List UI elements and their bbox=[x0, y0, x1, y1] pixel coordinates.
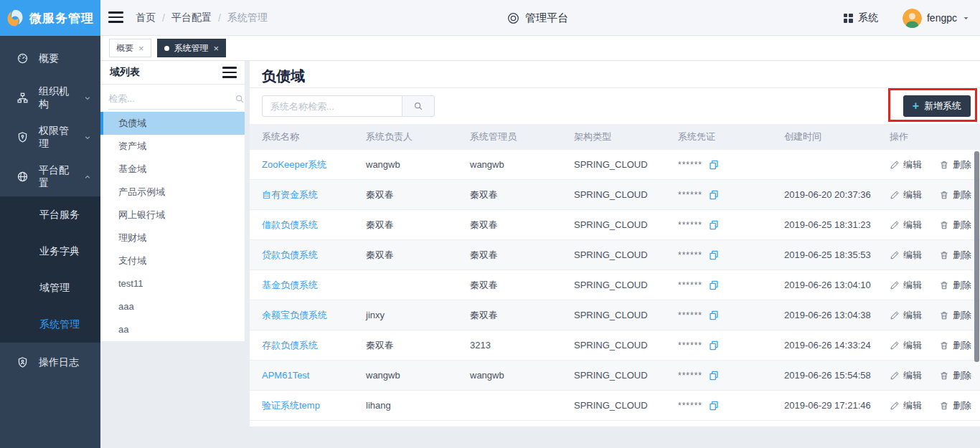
domain-panel-menu-icon[interactable] bbox=[222, 67, 237, 78]
domain-list-item[interactable]: 产品示例域 bbox=[100, 181, 245, 204]
copy-icon[interactable] bbox=[708, 249, 720, 261]
cell-credential: ****** bbox=[678, 219, 784, 231]
table-row: 余额宝负债系统jinxy秦双春SPRING_CLOUD******2019-06… bbox=[250, 300, 980, 330]
edit-icon bbox=[890, 190, 900, 200]
delete-button[interactable]: 删除 bbox=[939, 369, 971, 382]
domain-list-item[interactable]: 网上银行域 bbox=[100, 204, 245, 227]
tab-system-mgmt[interactable]: 系统管理× bbox=[157, 39, 227, 57]
search-icon[interactable] bbox=[235, 94, 245, 104]
search-button[interactable] bbox=[402, 95, 435, 117]
tab-overview[interactable]: 概要× bbox=[109, 39, 151, 57]
sidebar-subitem-domain-mgmt[interactable]: 域管理 bbox=[0, 270, 100, 306]
delete-button[interactable]: 删除 bbox=[939, 399, 971, 412]
copy-icon[interactable] bbox=[708, 370, 720, 381]
system-name-link[interactable]: 余额宝负债系统 bbox=[262, 310, 327, 320]
cell-actions: 编辑删除 bbox=[890, 158, 980, 171]
copy-icon[interactable] bbox=[708, 310, 720, 321]
copy-icon[interactable] bbox=[708, 159, 720, 171]
delete-label: 删除 bbox=[953, 249, 971, 262]
edit-button[interactable]: 编辑 bbox=[890, 339, 922, 352]
system-name-link[interactable]: ZooKeeper系统 bbox=[262, 159, 326, 170]
credential-mask: ****** bbox=[678, 160, 702, 170]
domain-search-input[interactable] bbox=[108, 93, 235, 104]
cell-actions: 编辑删除 bbox=[890, 309, 980, 322]
system-search-input[interactable] bbox=[262, 95, 402, 117]
table-row: 自有资金系统秦双春秦双春SPRING_CLOUD******2019-06-20… bbox=[250, 180, 980, 210]
menu-collapse-icon[interactable] bbox=[108, 11, 123, 23]
domain-list-item[interactable]: 基金域 bbox=[100, 158, 245, 181]
cell-credential: ****** bbox=[678, 249, 784, 261]
edit-button[interactable]: 编辑 bbox=[890, 219, 922, 232]
edit-label: 编辑 bbox=[903, 219, 922, 232]
edit-button[interactable]: 编辑 bbox=[890, 189, 922, 201]
domain-list-item[interactable]: aa bbox=[100, 318, 245, 341]
scrollbar-thumb[interactable] bbox=[974, 151, 979, 362]
domain-list-item[interactable]: 支付域 bbox=[100, 249, 245, 272]
breadcrumb-item[interactable]: 首页 bbox=[136, 11, 156, 24]
sidebar-subitem-business-dict[interactable]: 业务字典 bbox=[0, 233, 100, 270]
trash-icon bbox=[939, 190, 949, 200]
user-menu[interactable]: fengpc bbox=[903, 9, 970, 28]
delete-button[interactable]: 删除 bbox=[939, 279, 971, 292]
cell-admin: wangwb bbox=[470, 370, 574, 381]
system-name-link[interactable]: 基金负债系统 bbox=[262, 280, 318, 290]
copy-icon[interactable] bbox=[708, 189, 720, 201]
table-header: 系统名称系统负责人系统管理员架构类型系统凭证创建时间操作 bbox=[250, 124, 980, 150]
delete-button[interactable]: 删除 bbox=[939, 309, 971, 322]
sidebar-item-operation-log[interactable]: 操作日志 bbox=[0, 343, 100, 382]
edit-button[interactable]: 编辑 bbox=[890, 309, 922, 322]
system-name-link[interactable]: 验证系统temp bbox=[262, 400, 320, 411]
copy-icon[interactable] bbox=[708, 280, 720, 291]
delete-button[interactable]: 删除 bbox=[939, 158, 971, 171]
cell-created-time: 2019-06-29 17:21:46 bbox=[784, 400, 890, 411]
cell-created-time: 2019-06-26 15:54:58 bbox=[784, 370, 890, 381]
cell-credential: ****** bbox=[678, 400, 784, 411]
domain-panel-header: 域列表 bbox=[100, 61, 245, 85]
tab-close-icon[interactable]: × bbox=[138, 44, 144, 53]
delete-label: 删除 bbox=[953, 339, 971, 352]
cell-arch-type: SPRING_CLOUD bbox=[574, 159, 678, 170]
system-menu[interactable]: 系统 bbox=[844, 11, 878, 24]
caret-down-icon bbox=[962, 14, 970, 22]
copy-icon[interactable] bbox=[708, 219, 720, 231]
domain-list-item[interactable]: 负债域 bbox=[100, 112, 245, 135]
system-name-link[interactable]: 自有资金系统 bbox=[262, 189, 318, 200]
sidebar-item-permission[interactable]: 权限管理 bbox=[0, 118, 100, 157]
tab-close-icon[interactable]: × bbox=[214, 44, 220, 53]
domain-list-item[interactable]: 理财域 bbox=[100, 227, 245, 249]
platform-title-label: 管理平台 bbox=[525, 11, 568, 25]
system-name-link[interactable]: 借款负债系统 bbox=[262, 219, 318, 230]
system-name-link[interactable]: APM61Test bbox=[262, 370, 309, 381]
breadcrumb-item[interactable]: 平台配置 bbox=[171, 11, 212, 24]
edit-button[interactable]: 编辑 bbox=[890, 249, 922, 262]
sidebar-subitem-system-mgmt[interactable]: 系统管理 bbox=[0, 306, 100, 343]
system-name-link[interactable]: 存款负债系统 bbox=[262, 340, 318, 351]
copy-icon[interactable] bbox=[708, 400, 720, 411]
cell-actions: 编辑删除 bbox=[890, 219, 980, 232]
delete-button[interactable]: 删除 bbox=[939, 249, 971, 262]
delete-button[interactable]: 删除 bbox=[939, 339, 971, 352]
copy-icon[interactable] bbox=[708, 340, 720, 351]
sidebar-item-overview[interactable]: 概要 bbox=[0, 39, 100, 78]
delete-button[interactable]: 删除 bbox=[939, 219, 971, 232]
cell-actions: 编辑删除 bbox=[890, 369, 980, 382]
edit-button[interactable]: 编辑 bbox=[890, 399, 922, 412]
sidebar-item-organization[interactable]: 组织机构 bbox=[0, 78, 100, 118]
edit-button[interactable]: 编辑 bbox=[890, 369, 922, 382]
sidebar-subitem-platform-service[interactable]: 平台服务 bbox=[0, 196, 100, 233]
cell-credential: ****** bbox=[678, 370, 784, 381]
edit-button[interactable]: 编辑 bbox=[890, 279, 922, 292]
sidebar-item-platform-config[interactable]: 平台配置 bbox=[0, 157, 100, 196]
domain-list-item[interactable]: 资产域 bbox=[100, 135, 245, 158]
cell-system-name: 存款负债系统 bbox=[262, 339, 366, 352]
edit-button[interactable]: 编辑 bbox=[890, 158, 922, 171]
domain-list-item[interactable]: aaa bbox=[100, 295, 245, 318]
log-icon bbox=[17, 356, 29, 368]
add-system-button[interactable]: + 新增系统 bbox=[903, 95, 971, 117]
delete-label: 删除 bbox=[953, 219, 971, 232]
system-name-link[interactable]: 贷款负债系统 bbox=[262, 249, 318, 260]
domain-list-item[interactable]: test11 bbox=[100, 272, 245, 295]
delete-button[interactable]: 删除 bbox=[939, 189, 971, 201]
column-header: 架构类型 bbox=[574, 130, 678, 143]
cell-owner: 秦双春 bbox=[366, 339, 470, 352]
